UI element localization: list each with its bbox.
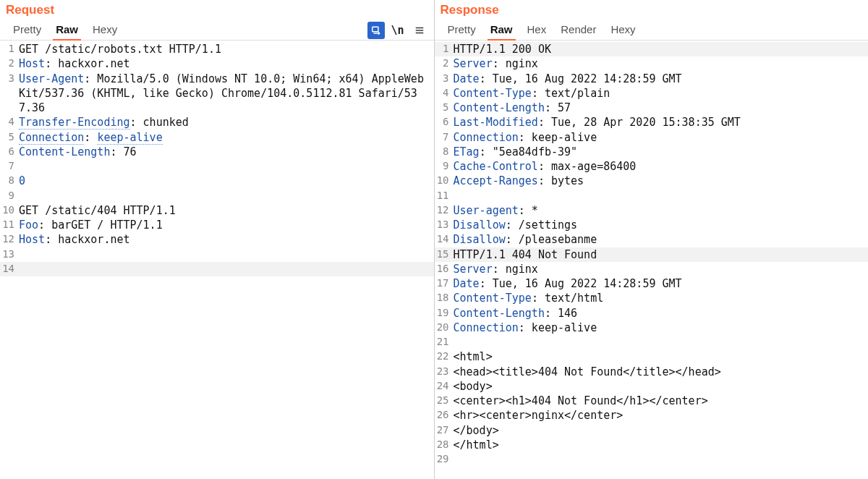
line-content[interactable]: <hr><center>nginx</center>: [454, 408, 869, 423]
line-content[interactable]: HTTP/1.1 200 OK: [454, 42, 869, 56]
line-content[interactable]: Server: nginx: [454, 262, 869, 276]
line-content[interactable]: Host: hackxor.net: [19, 56, 434, 71]
line-content[interactable]: Content-Length: 76: [19, 145, 434, 159]
code-line[interactable]: 24<body>: [435, 379, 869, 394]
line-content[interactable]: [454, 452, 869, 467]
code-line[interactable]: 26<hr><center>nginx</center>: [435, 408, 869, 423]
code-line[interactable]: 12User-agent: *: [435, 203, 869, 218]
line-number: 18: [435, 291, 454, 305]
code-line[interactable]: 17Date: Tue, 16 Aug 2022 14:28:59 GMT: [435, 276, 869, 291]
line-content[interactable]: [19, 159, 434, 174]
line-content[interactable]: <head><title>404 Not Found</title></head…: [454, 365, 869, 379]
line-content[interactable]: User-Agent: Mozilla/5.0 (Windows NT 10.0…: [19, 72, 434, 116]
tab-resp-hexy[interactable]: Hexy: [603, 20, 642, 40]
line-content[interactable]: [454, 335, 869, 349]
code-line[interactable]: 3Date: Tue, 16 Aug 2022 14:28:59 GMT: [435, 72, 869, 86]
line-content[interactable]: </html>: [454, 438, 869, 452]
code-line[interactable]: 13Disallow: /settings: [435, 218, 869, 232]
line-content[interactable]: Cache-Control: max-age=86400: [454, 159, 869, 174]
code-line[interactable]: 8ETag: "5ea84dfb-39": [435, 145, 869, 159]
menu-icon[interactable]: [411, 22, 428, 39]
line-content[interactable]: User-agent: *: [454, 203, 869, 218]
line-content[interactable]: Content-Type: text/plain: [454, 86, 869, 101]
code-line[interactable]: 4Transfer-Encoding: chunked: [0, 115, 434, 130]
line-content[interactable]: <center><h1>404 Not Found</h1></center>: [454, 394, 869, 408]
code-line[interactable]: 11: [435, 189, 869, 203]
code-line[interactable]: 10GET /static/404 HTTP/1.1: [0, 203, 434, 218]
code-line[interactable]: 1HTTP/1.1 200 OK: [435, 42, 869, 56]
code-line[interactable]: 2Host: hackxor.net: [0, 56, 434, 71]
tab-resp-render[interactable]: Render: [553, 20, 603, 40]
line-content[interactable]: HTTP/1.1 404 Not Found: [454, 247, 869, 262]
line-content[interactable]: [454, 189, 869, 203]
code-line[interactable]: 7: [0, 159, 434, 174]
line-content[interactable]: Date: Tue, 16 Aug 2022 14:28:59 GMT: [454, 72, 869, 86]
code-line[interactable]: 9Cache-Control: max-age=86400: [435, 159, 869, 174]
code-line[interactable]: 25<center><h1>404 Not Found</h1></center…: [435, 394, 869, 408]
code-line[interactable]: 14: [0, 262, 434, 276]
code-line[interactable]: 9: [0, 189, 434, 203]
code-line[interactable]: 18Content-Type: text/html: [435, 291, 869, 305]
tab-raw[interactable]: Raw: [48, 20, 85, 40]
code-line[interactable]: 3User-Agent: Mozilla/5.0 (Windows NT 10.…: [0, 72, 434, 116]
line-content[interactable]: GET /static/robots.txt HTTP/1.1: [19, 42, 434, 56]
code-line[interactable]: 20Connection: keep-alive: [435, 321, 869, 335]
code-line[interactable]: 5Connection: keep-alive: [0, 130, 434, 145]
actions-icon[interactable]: [367, 22, 385, 39]
line-content[interactable]: Connection: keep-alive: [454, 321, 869, 335]
code-line[interactable]: 6Last-Modified: Tue, 28 Apr 2020 15:38:3…: [435, 115, 869, 130]
line-content[interactable]: Connection: keep-alive: [19, 130, 434, 145]
code-line[interactable]: 21: [435, 335, 869, 349]
code-line[interactable]: 6Content-Length: 76: [0, 145, 434, 159]
tab-hexy[interactable]: Hexy: [85, 20, 124, 40]
code-line[interactable]: 22<html>: [435, 349, 869, 364]
code-line[interactable]: 1GET /static/robots.txt HTTP/1.1: [0, 42, 434, 56]
code-line[interactable]: 19Content-Length: 146: [435, 306, 869, 321]
line-content[interactable]: Last-Modified: Tue, 28 Apr 2020 15:38:35…: [454, 115, 869, 130]
response-viewer[interactable]: 1HTTP/1.1 200 OK2Server: nginx3Date: Tue…: [435, 41, 869, 479]
request-editor[interactable]: 1GET /static/robots.txt HTTP/1.12Host: h…: [0, 41, 434, 479]
line-content[interactable]: Foo: barGET / HTTP/1.1: [19, 218, 434, 232]
code-line[interactable]: 23<head><title>404 Not Found</title></he…: [435, 365, 869, 379]
line-content[interactable]: Date: Tue, 16 Aug 2022 14:28:59 GMT: [454, 276, 869, 291]
code-line[interactable]: 16Server: nginx: [435, 262, 869, 276]
line-content[interactable]: Server: nginx: [454, 56, 869, 71]
line-content[interactable]: Disallow: /settings: [454, 218, 869, 232]
line-content[interactable]: </body>: [454, 423, 869, 438]
code-line[interactable]: 4Content-Type: text/plain: [435, 86, 869, 101]
line-content[interactable]: Content-Length: 57: [454, 101, 869, 115]
line-content[interactable]: Content-Type: text/html: [454, 291, 869, 305]
code-line[interactable]: 13: [0, 247, 434, 262]
code-line[interactable]: 2Server: nginx: [435, 56, 869, 71]
code-line[interactable]: 28</html>: [435, 438, 869, 452]
line-content[interactable]: [19, 189, 434, 203]
line-content[interactable]: [19, 247, 434, 262]
line-content[interactable]: <body>: [454, 379, 869, 394]
code-line[interactable]: 80: [0, 174, 434, 188]
line-content[interactable]: Content-Length: 146: [454, 306, 869, 321]
line-content[interactable]: Connection: keep-alive: [454, 130, 869, 145]
code-line[interactable]: 14Disallow: /pleasebanme: [435, 232, 869, 247]
line-content[interactable]: [19, 262, 434, 276]
line-content[interactable]: ETag: "5ea84dfb-39": [454, 145, 869, 159]
code-line[interactable]: 11Foo: barGET / HTTP/1.1: [0, 218, 434, 232]
wrap-icon[interactable]: \n: [389, 22, 407, 39]
line-content[interactable]: <html>: [454, 349, 869, 364]
code-line[interactable]: 10Accept-Ranges: bytes: [435, 174, 869, 188]
code-line[interactable]: 7Connection: keep-alive: [435, 130, 869, 145]
tab-resp-raw[interactable]: Raw: [483, 20, 520, 40]
tab-resp-hex[interactable]: Hex: [520, 20, 554, 40]
tab-resp-pretty[interactable]: Pretty: [441, 20, 483, 40]
code-line[interactable]: 27</body>: [435, 423, 869, 438]
line-content[interactable]: Host: hackxor.net: [19, 232, 434, 247]
line-content[interactable]: Disallow: /pleasebanme: [454, 232, 869, 247]
code-line[interactable]: 15HTTP/1.1 404 Not Found: [435, 247, 869, 262]
code-line[interactable]: 5Content-Length: 57: [435, 101, 869, 115]
code-line[interactable]: 29: [435, 452, 869, 467]
line-content[interactable]: 0: [19, 174, 434, 188]
line-content[interactable]: Accept-Ranges: bytes: [454, 174, 869, 188]
code-line[interactable]: 12Host: hackxor.net: [0, 232, 434, 247]
tab-pretty[interactable]: Pretty: [6, 20, 48, 40]
line-content[interactable]: GET /static/404 HTTP/1.1: [19, 203, 434, 218]
line-content[interactable]: Transfer-Encoding: chunked: [19, 115, 434, 130]
